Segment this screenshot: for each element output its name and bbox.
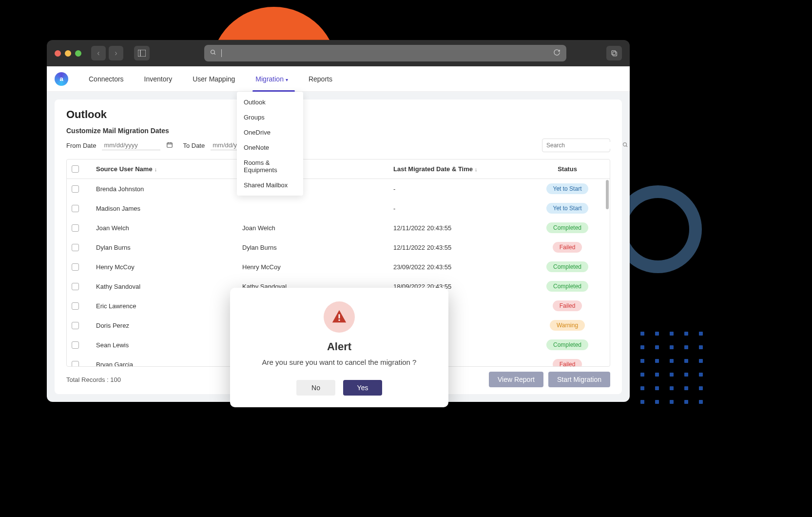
row-checkbox[interactable] [72, 361, 79, 367]
menu-item-groups[interactable]: Groups [237, 110, 303, 125]
table-row[interactable]: Madison James - Yet to Start [67, 199, 610, 218]
status-badge: Completed [546, 281, 588, 292]
text-cursor [221, 49, 222, 57]
col-last-migrated[interactable]: Last Migrated Date & Time↓ [393, 165, 540, 173]
search-input[interactable] [546, 142, 619, 149]
warning-icon [324, 301, 355, 333]
close-window-icon[interactable] [55, 50, 61, 57]
minimize-window-icon[interactable] [65, 50, 71, 57]
menu-item-onedrive[interactable]: OneDrive [237, 125, 303, 140]
sort-icon: ↓ [155, 166, 157, 172]
search-icon[interactable] [622, 142, 628, 149]
view-report-button[interactable]: View Report [489, 372, 543, 387]
cell-last: 12/11/2022 20:43:55 [393, 244, 540, 251]
sort-icon: ↓ [475, 166, 478, 172]
status-badge: Completed [546, 261, 588, 272]
nav-inventory[interactable]: Inventory [144, 67, 173, 91]
nav-migration[interactable]: Migration▾ [255, 67, 288, 91]
cell-source: Brenda Johnston [96, 185, 242, 193]
row-checkbox[interactable] [72, 322, 79, 329]
from-date-label: From Date [66, 142, 96, 149]
sidebar-toggle-icon[interactable] [134, 46, 150, 60]
row-checkbox[interactable] [72, 224, 79, 232]
nav-reports[interactable]: Reports [309, 67, 332, 91]
svg-rect-6 [167, 142, 173, 147]
refresh-icon[interactable] [553, 49, 561, 58]
tabs-overview-icon[interactable] [606, 46, 622, 60]
row-checkbox[interactable] [72, 185, 79, 193]
cell-source: Henry McCoy [96, 263, 242, 271]
status-badge: Warning [550, 320, 585, 331]
table-row[interactable]: Joan Welch Joan Welch 12/11/2022 20:43:5… [67, 218, 610, 238]
cell-source: Doris Perez [96, 322, 242, 329]
status-badge: Yet to Start [546, 203, 589, 214]
row-checkbox[interactable] [72, 263, 79, 271]
maximize-window-icon[interactable] [75, 50, 81, 57]
from-date-group: From Date [66, 140, 173, 150]
row-checkbox[interactable] [72, 283, 79, 290]
col-status[interactable]: Status [540, 165, 605, 173]
search-box[interactable] [542, 139, 610, 152]
col-source-user[interactable]: Source User Name↓ [96, 165, 242, 173]
modal-title: Alert [244, 340, 435, 353]
nav-user-mapping[interactable]: User Mapping [193, 67, 235, 91]
svg-rect-0 [138, 50, 146, 57]
cell-source: Eric Lawrence [96, 302, 242, 310]
svg-rect-5 [611, 50, 615, 54]
app-nav-header: a Connectors Inventory User Mapping Migr… [47, 66, 630, 92]
cell-last: 12/11/2022 20:43:55 [393, 224, 540, 232]
status-badge: Failed [553, 300, 582, 311]
svg-rect-13 [339, 319, 340, 321]
cell-last: - [393, 185, 540, 193]
to-date-label: To Date [183, 142, 205, 149]
page-subtitle: Customize Mail Migration Dates [66, 127, 610, 135]
svg-line-3 [214, 53, 215, 55]
status-badge: Failed [553, 242, 582, 253]
forward-button[interactable]: › [109, 46, 123, 60]
chevron-down-icon: ▾ [286, 77, 288, 82]
menu-item-onenote[interactable]: OneNote [237, 140, 303, 155]
table-row[interactable]: Dylan Burns Dylan Burns 12/11/2022 20:43… [67, 238, 610, 257]
cell-target: Dylan Burns [242, 244, 393, 251]
row-checkbox[interactable] [72, 341, 79, 349]
row-checkbox[interactable] [72, 244, 79, 251]
migration-dropdown-menu: Outlook Groups OneDrive OneNote Rooms & … [237, 92, 303, 196]
row-checkbox[interactable] [72, 205, 79, 212]
start-migration-button[interactable]: Start Migration [548, 372, 610, 387]
table-row[interactable]: Henry McCoy Henry McCoy 23/09/2022 20:43… [67, 257, 610, 277]
cell-source: Joan Welch [96, 224, 242, 232]
svg-rect-4 [613, 52, 617, 56]
nav-connectors[interactable]: Connectors [89, 67, 124, 91]
menu-item-shared-mailbox[interactable]: Shared Mailbox [237, 178, 303, 193]
calendar-icon[interactable] [166, 141, 173, 150]
app-logo[interactable]: a [55, 72, 68, 86]
back-button[interactable]: ‹ [91, 46, 106, 60]
modal-text: Are you sure you want to cancel the migr… [244, 358, 435, 366]
browser-titlebar: ‹ › [47, 40, 630, 66]
modal-no-button[interactable]: No [296, 380, 335, 396]
cell-last: 23/09/2022 20:43:55 [393, 263, 540, 271]
from-date-input[interactable] [102, 140, 160, 150]
page-title: Outlook [66, 108, 610, 121]
cell-source: Dylan Burns [96, 244, 242, 251]
table-row[interactable]: Brenda Johnston - Yet to Start [67, 179, 610, 199]
scrollbar[interactable] [606, 180, 609, 209]
cell-target: Joan Welch [242, 224, 393, 232]
alert-modal: Alert Are you sure you want to cancel th… [230, 288, 448, 407]
search-icon [210, 49, 216, 58]
svg-line-11 [626, 145, 628, 147]
table-header: Source User Name↓ Last Migrated Date & T… [67, 159, 610, 179]
menu-item-rooms[interactable]: Rooms & Equipments [237, 155, 303, 178]
status-badge: Completed [546, 222, 588, 233]
status-badge: Failed [553, 359, 582, 367]
row-checkbox[interactable] [72, 302, 79, 310]
cell-source: Sean Lewis [96, 341, 242, 349]
cell-source: Kathy Sandoval [96, 283, 242, 290]
decorative-dots [640, 332, 704, 404]
menu-item-outlook[interactable]: Outlook [237, 95, 303, 110]
cell-source: Madison James [96, 205, 242, 212]
total-records: Total Records : 100 [66, 376, 121, 383]
modal-yes-button[interactable]: Yes [343, 380, 382, 396]
address-bar[interactable] [204, 45, 566, 61]
select-all-checkbox[interactable] [72, 165, 79, 173]
